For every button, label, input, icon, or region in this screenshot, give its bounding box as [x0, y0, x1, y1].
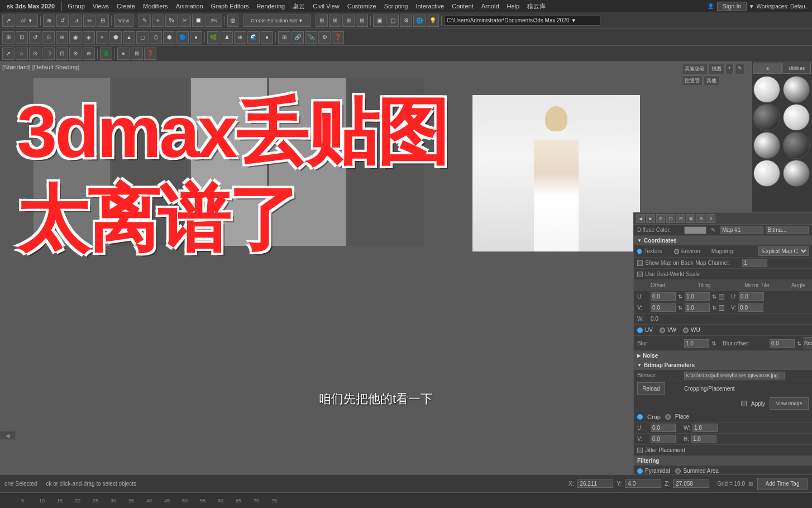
- create-selection[interactable]: Create Selection Set ▼: [243, 15, 311, 27]
- tb3-5[interactable]: ⊡: [56, 48, 68, 60]
- view-nav-btn2[interactable]: 视图: [709, 64, 724, 74]
- tb2-11[interactable]: ◻: [136, 31, 149, 44]
- sphere-6[interactable]: [783, 132, 810, 159]
- vw-radio[interactable]: [660, 327, 665, 333]
- tb3-4[interactable]: ☽: [42, 48, 55, 60]
- tb2-16[interactable]: 🌿: [207, 31, 219, 44]
- add-time-tag-button[interactable]: Add Time Tag: [757, 478, 808, 490]
- tb3-7[interactable]: ⊕: [83, 48, 95, 60]
- sphere-2[interactable]: [783, 76, 810, 103]
- u-offset-input[interactable]: [651, 292, 676, 301]
- tb3-1[interactable]: ↗: [2, 48, 15, 60]
- menu-customize[interactable]: Customize: [344, 2, 380, 11]
- menu-civil-view[interactable]: Civil View: [309, 2, 342, 11]
- diffuse-map2[interactable]: Bitma...: [766, 226, 809, 234]
- diffuse-swatch[interactable]: [684, 226, 706, 234]
- tb3-9[interactable]: ≡: [117, 48, 130, 60]
- tb3-11[interactable]: ❓: [144, 48, 156, 60]
- menu-help[interactable]: Help: [504, 2, 523, 11]
- grid-btn2[interactable]: ⊞: [329, 15, 341, 27]
- menu-zhuyun[interactable]: 桌云: [289, 1, 308, 12]
- props-icon-prev[interactable]: ◀: [636, 214, 645, 223]
- menu-animation[interactable]: Animation: [173, 2, 207, 11]
- menu-views[interactable]: Views: [89, 2, 112, 11]
- props-icon-1[interactable]: ⊞: [656, 214, 665, 223]
- x-coord[interactable]: [577, 479, 613, 488]
- align-tool[interactable]: ⊟: [97, 15, 109, 27]
- render-btn4[interactable]: 🌐: [413, 15, 426, 27]
- y-coord[interactable]: [625, 479, 661, 488]
- view-nav-edit[interactable]: ✎: [735, 64, 745, 74]
- tb2-6[interactable]: ◉: [69, 31, 82, 44]
- tb2-14[interactable]: 🔵: [176, 31, 189, 44]
- select-tool[interactable]: ↗: [2, 15, 15, 27]
- crop-radio[interactable]: [637, 414, 643, 420]
- tb2-13[interactable]: ⬢: [163, 31, 175, 44]
- scroll-left-btn[interactable]: ◀: [0, 431, 16, 440]
- v-mirror-check[interactable]: [719, 305, 724, 311]
- tb2-1[interactable]: ⊞: [2, 31, 15, 44]
- sign-in-button[interactable]: Sign In: [717, 2, 746, 11]
- environ-radio[interactable]: [674, 249, 679, 254]
- u-angle-input[interactable]: [739, 292, 764, 301]
- snap-toggle[interactable]: ⊕: [227, 15, 238, 27]
- menu-create[interactable]: Create: [113, 2, 138, 11]
- pyramidal-radio[interactable]: [637, 468, 643, 474]
- rp-tab-utilities[interactable]: Utilities: [782, 63, 811, 74]
- sphere-5[interactable]: [753, 132, 780, 159]
- tb2-10[interactable]: ▲: [123, 31, 135, 44]
- props-icon-next[interactable]: ►: [646, 214, 655, 223]
- render-btn2[interactable]: ▢: [386, 15, 399, 27]
- tb2-4[interactable]: ⊙: [42, 31, 55, 44]
- menu-modifiers[interactable]: Modifiers: [140, 2, 171, 11]
- menu-interactive[interactable]: Interactive: [412, 2, 447, 11]
- view-image-button[interactable]: View Image: [770, 397, 809, 410]
- menu-arnold[interactable]: Arnold: [478, 2, 503, 11]
- tb3-2[interactable]: ⌂: [16, 48, 28, 60]
- place-radio[interactable]: [665, 414, 671, 420]
- view-btn[interactable]: View: [114, 15, 133, 27]
- v-angle-input[interactable]: [738, 303, 763, 312]
- crop-v-input[interactable]: [651, 435, 676, 443]
- jitter-checkbox[interactable]: [637, 448, 643, 453]
- texture-radio[interactable]: [637, 249, 642, 254]
- view-nav-add[interactable]: +: [725, 64, 734, 74]
- timeline[interactable]: 5 10 15 20 25 30 35 40 45 50 55 60 65 70…: [0, 492, 812, 508]
- u-tiling-input[interactable]: [685, 292, 710, 301]
- tb2-21[interactable]: ⊞: [278, 31, 290, 44]
- coordinates-header[interactable]: ▼ Coordinates: [634, 236, 812, 245]
- blur-input[interactable]: [684, 339, 709, 348]
- view-nav-btn1[interactable]: 高速秘籍: [682, 64, 708, 74]
- props-icon-3[interactable]: ⊟: [676, 214, 685, 223]
- tb2-23[interactable]: 📎: [305, 31, 317, 44]
- blur-offset-input[interactable]: [770, 339, 795, 348]
- crop-h-input[interactable]: [691, 435, 717, 443]
- tb2-18[interactable]: ⊕: [234, 31, 246, 44]
- grid-btn1[interactable]: ⊞: [316, 15, 328, 27]
- tb2-9[interactable]: ⬟: [109, 31, 122, 44]
- render-btn3[interactable]: ⚙: [400, 15, 412, 27]
- grid-btn4[interactable]: ⊞: [356, 15, 368, 27]
- render-btn1[interactable]: ▣: [373, 15, 385, 27]
- tb2-24[interactable]: ⚙: [318, 31, 331, 44]
- expand-icon[interactable]: ⊞: [748, 481, 753, 487]
- tb3-10[interactable]: ⊞: [131, 48, 143, 60]
- summed-area-radio[interactable]: [675, 468, 681, 474]
- z-coord[interactable]: [673, 479, 709, 488]
- render-btn5[interactable]: 💡: [427, 15, 439, 27]
- sphere-3[interactable]: [753, 104, 780, 131]
- menu-liecloud[interactable]: 猎云库: [524, 1, 549, 12]
- rp-tab-s[interactable]: s: [753, 63, 782, 74]
- menu-scripting[interactable]: Scripting: [381, 2, 412, 11]
- sphere-4[interactable]: [783, 104, 810, 131]
- view-nav-btn4[interactable]: 其他: [704, 75, 719, 86]
- v-offset-input[interactable]: [651, 303, 676, 312]
- v-tiling-stepper[interactable]: ⇅: [712, 305, 717, 311]
- mapping-dropdown[interactable]: Explicit Map Channel: [758, 246, 809, 256]
- reload-button[interactable]: Reload: [637, 382, 665, 395]
- path-input[interactable]: [444, 16, 600, 26]
- sphere-7[interactable]: [753, 160, 780, 187]
- tb2-5[interactable]: ⊛: [56, 31, 68, 44]
- menu-graph-editors[interactable]: Graph Editors: [208, 2, 252, 11]
- u-tiling-stepper[interactable]: ⇅: [712, 293, 717, 300]
